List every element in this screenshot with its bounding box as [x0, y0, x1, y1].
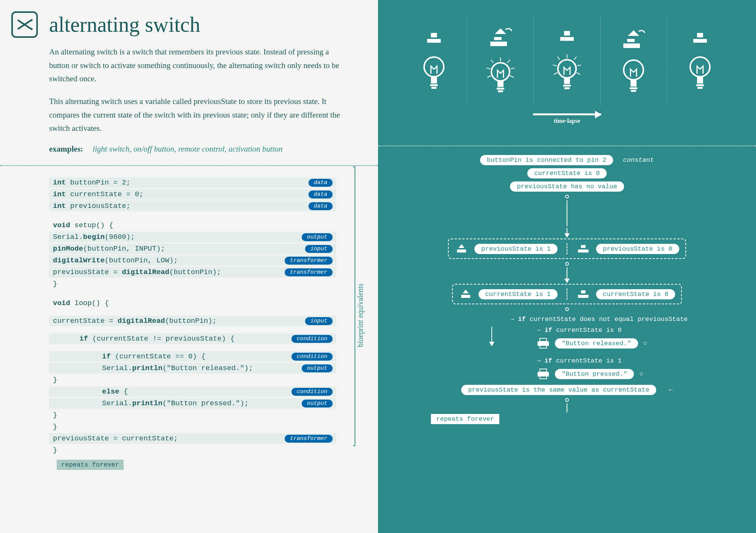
- state-cell: [601, 15, 667, 106]
- switch-icon: [11, 11, 38, 38]
- flow-node: currentState is 0: [378, 168, 756, 178]
- svg-rect-44: [696, 84, 704, 86]
- tag-output: output: [302, 400, 333, 407]
- examples-text: light switch, on/off button, remote cont…: [93, 144, 282, 153]
- tag-output: output: [302, 364, 333, 372]
- svg-line-14: [511, 68, 514, 69]
- right-panel: time-lapse buttonPin is connected to pin…: [378, 0, 756, 533]
- tag-condition: condition: [291, 388, 333, 396]
- button-press-icon: [487, 26, 514, 49]
- svg-rect-22: [560, 37, 574, 41]
- svg-rect-18: [497, 80, 503, 87]
- svg-point-4: [424, 57, 444, 77]
- time-lapse: [533, 113, 601, 115]
- code-line: if (currentState != previousState) {cond…: [49, 333, 336, 344]
- svg-rect-40: [697, 33, 703, 37]
- button-icon: [576, 289, 590, 299]
- code-line: if (currentState == 0) {condition: [49, 351, 336, 362]
- flow-condition: → if currentState is 0: [537, 327, 756, 334]
- svg-rect-52: [540, 338, 547, 341]
- svg-rect-47: [581, 245, 586, 248]
- repeats-forever-badge: repeats forever: [57, 460, 124, 470]
- svg-line-24: [558, 57, 560, 60]
- svg-line-27: [577, 65, 581, 66]
- svg-line-26: [553, 65, 557, 66]
- time-lapse-label: time-lapse: [554, 118, 580, 124]
- code-line: }: [49, 421, 336, 432]
- tag-condition: condition: [291, 353, 333, 361]
- bulb-off-icon: [622, 59, 645, 93]
- svg-line-25: [574, 57, 576, 60]
- flow-node: buttonPin is connected to pin 2 constant: [378, 155, 756, 165]
- constant-label: constant: [623, 156, 654, 164]
- flow-node: previousState has no value: [378, 181, 756, 192]
- svg-rect-41: [693, 39, 707, 43]
- svg-line-29: [576, 73, 580, 74]
- code-line: int currentState = 0;data: [49, 189, 336, 200]
- bulb-on-icon: [550, 54, 584, 91]
- flow-node: previousState is the same value as curre…: [378, 385, 756, 395]
- svg-point-30: [558, 60, 576, 78]
- svg-rect-38: [630, 87, 637, 89]
- svg-line-28: [554, 73, 558, 74]
- code-line: Serial.println("Button pressed.");output: [49, 398, 336, 409]
- svg-rect-49: [461, 295, 470, 298]
- state-cell: [534, 15, 600, 106]
- svg-rect-50: [581, 290, 586, 293]
- code-line: previousState = digitalRead(buttonPin);t…: [49, 267, 336, 277]
- tag-data: data: [308, 202, 333, 210]
- tag-transformer: transformer: [285, 257, 333, 265]
- svg-rect-33: [564, 87, 570, 89]
- examples: examples: light switch, on/off button, r…: [49, 144, 367, 154]
- svg-rect-46: [457, 249, 466, 253]
- code-line: Serial.println("Button released.");outpu…: [49, 363, 336, 373]
- svg-line-15: [487, 76, 491, 77]
- code-line: void loop() {: [49, 298, 336, 308]
- tag-data: data: [308, 179, 333, 187]
- svg-rect-48: [578, 249, 589, 253]
- bulb-on-icon: [483, 57, 517, 95]
- svg-rect-2: [431, 33, 437, 37]
- svg-rect-39: [631, 90, 636, 92]
- tag-data: data: [308, 191, 333, 198]
- code-line: int buttonPin = 2;data: [49, 177, 336, 188]
- flowchart: buttonPin is connected to pin 2 constant…: [378, 155, 756, 533]
- svg-point-17: [491, 63, 510, 81]
- tag-transformer: transformer: [285, 268, 333, 276]
- code-line: pinMode(buttonPin, INPUT);input: [49, 243, 336, 254]
- code-line: }: [49, 279, 336, 289]
- repeats-forever-badge: repeats forever: [431, 414, 499, 424]
- code-line: void setup() {: [49, 220, 336, 231]
- svg-line-12: [508, 60, 510, 63]
- page-title: alternating switch: [49, 12, 200, 37]
- tag-input: input: [305, 317, 333, 325]
- svg-rect-8: [494, 37, 502, 40]
- code-line: }: [49, 445, 336, 456]
- svg-rect-32: [563, 85, 571, 87]
- svg-rect-9: [490, 42, 507, 46]
- bulb-off-icon: [423, 56, 445, 90]
- svg-rect-31: [564, 77, 570, 84]
- examples-label: examples:: [49, 144, 83, 153]
- bulb-off-icon: [689, 56, 711, 90]
- printer-icon: [537, 338, 550, 349]
- svg-line-11: [491, 60, 493, 63]
- svg-rect-3: [427, 39, 441, 43]
- svg-point-42: [690, 57, 710, 77]
- code-line: }: [49, 375, 336, 385]
- tag-input: input: [305, 245, 333, 253]
- button-press-icon: [620, 28, 647, 51]
- svg-rect-37: [631, 79, 637, 87]
- tag-condition: condition: [291, 335, 333, 343]
- divider: [378, 146, 756, 146]
- code-line: previousState = currentState;transformer: [49, 433, 336, 444]
- svg-rect-51: [578, 295, 589, 298]
- flow-condition: → if currentState does not equal previou…: [510, 316, 756, 323]
- flow-branch: previousState is 1 previousState is 0: [378, 239, 756, 259]
- flow-branch: currentState is 1 currentState is 0: [378, 284, 756, 304]
- left-panel: alternating switch An alternating switch…: [0, 0, 378, 533]
- svg-rect-7: [431, 87, 437, 89]
- blueprint-label: blueprint equivalents: [356, 284, 365, 347]
- state-cell: [667, 15, 733, 106]
- button-up-icon: [692, 31, 708, 44]
